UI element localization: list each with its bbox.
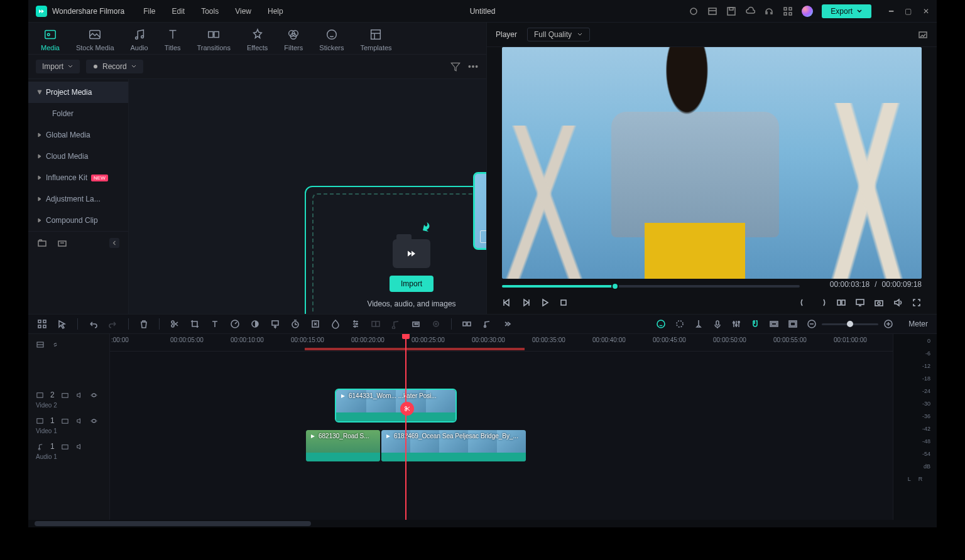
tab-audio[interactable]: Audio [131,28,148,51]
zoom-in-icon[interactable] [883,319,893,329]
quality-dropdown[interactable]: Full Quality [527,28,590,41]
crop-icon[interactable] [190,319,200,329]
timeline-scrollbar[interactable] [28,520,937,527]
sidebar-item-cloud-media[interactable]: Cloud Media [28,146,128,167]
collapse-sidebar-icon[interactable] [109,238,119,248]
mark-split-icon[interactable] [462,319,472,329]
select-tool-icon[interactable] [57,319,67,329]
time-ruler[interactable]: :00:00 00:00:05:00 00:00:10:00 00:00:15:… [110,334,893,352]
zoom-control[interactable] [807,319,893,329]
dropzone[interactable]: Import Videos, audio, and images [312,193,486,314]
save-icon[interactable] [726,6,736,16]
new-bin-icon[interactable] [57,238,67,248]
link-icon[interactable] [51,340,60,349]
add-track-icon[interactable] [36,340,45,349]
mark-out-icon[interactable] [817,298,827,308]
apps-icon[interactable] [783,6,793,16]
meter-label[interactable]: Meter [908,320,928,328]
autofit-icon[interactable] [310,319,320,329]
sidebar-item-compound-clip[interactable]: Compound Clip [28,210,128,231]
marker-icon[interactable] [694,319,704,329]
tracking-icon[interactable] [431,319,441,329]
split-icon[interactable] [170,319,180,329]
detach-audio-icon[interactable] [391,319,401,329]
menu-view[interactable]: View [235,7,251,16]
overflow-icon[interactable] [502,319,512,329]
sidebar-item-project-media[interactable]: Project Media [28,82,128,103]
layout-icon[interactable] [707,6,717,16]
zoom-out-icon[interactable] [807,319,817,329]
adjust-icon[interactable] [351,319,361,329]
sidebar-item-global-media[interactable]: Global Media [28,124,128,146]
track-head-video2[interactable]: 2 Video 2 [28,387,109,412]
enhance-icon[interactable] [675,319,685,329]
tab-templates[interactable]: Templates [360,28,391,51]
cloud-icon[interactable] [745,6,755,16]
tab-media[interactable]: Media [41,28,60,51]
tab-stock-media[interactable]: Stock Media [76,28,114,51]
sidebar-item-influence-kit[interactable]: Influence KitNEW [28,167,128,188]
import-button[interactable]: Import [390,276,433,292]
display-icon[interactable] [855,298,865,308]
step-fwd-icon[interactable] [521,298,531,308]
export-button[interactable]: Export [822,4,871,18]
safe-area-icon[interactable] [788,319,798,329]
window-minimize[interactable]: ━ [889,7,893,16]
window-close[interactable]: ✕ [923,7,929,16]
headset-icon[interactable] [764,6,774,16]
volume-icon[interactable] [893,298,903,308]
compare-icon[interactable] [836,298,846,308]
track-head-audio1[interactable]: 1 Audio 1 [28,438,109,464]
menu-help[interactable]: Help [268,7,283,16]
tab-filters[interactable]: Filters [284,28,303,51]
new-folder-icon[interactable] [37,238,47,248]
duration-icon[interactable] [290,319,300,329]
track-video2[interactable]: 6144331_Wom... ...kater Posi... [110,388,893,423]
track-video1[interactable]: 682130_Road S... 6182469_Ocean Sea Pelje… [110,428,893,463]
import-dropdown[interactable]: Import [36,60,80,73]
delete-icon[interactable] [139,319,149,329]
window-maximize[interactable]: ▢ [905,7,912,16]
preview-viewport[interactable] [502,47,922,279]
stop-icon[interactable] [559,298,569,308]
chroma-icon[interactable] [330,319,341,329]
speed-icon[interactable] [230,319,240,329]
fullscreen-icon[interactable] [912,298,922,308]
media-thumbnail[interactable]: 00:00:09 ✓ [473,172,486,250]
clip-v1-a[interactable]: 682130_Road S... [306,430,380,461]
smile-icon[interactable] [656,319,666,329]
menu-tools[interactable]: Tools [201,7,219,16]
user-avatar[interactable] [802,6,813,17]
mixer-icon[interactable] [731,319,741,329]
record-status-icon[interactable] [689,6,699,16]
tab-transitions[interactable]: Transitions [197,28,231,51]
render-icon[interactable] [769,319,779,329]
scrub-bar[interactable] [502,285,800,288]
tab-titles[interactable]: Titles [165,28,181,51]
keyframe-down-icon[interactable] [270,319,280,329]
tab-effects[interactable]: Effects [247,28,268,51]
ai-icon[interactable] [411,319,421,329]
group-icon[interactable] [371,319,381,329]
play-icon[interactable] [540,298,550,308]
more-icon[interactable] [467,61,479,72]
snapshot-mode-icon[interactable] [918,30,928,40]
playhead[interactable] [405,334,406,520]
track-audio1[interactable] [110,468,893,487]
magnet-icon[interactable] [750,319,760,329]
menu-file[interactable]: File [143,7,155,16]
redo-icon[interactable] [108,319,118,329]
undo-icon[interactable] [88,319,98,329]
timeline-tracks[interactable]: :00:00 00:00:05:00 00:00:10:00 00:00:15:… [110,334,893,520]
record-dropdown[interactable]: Record [86,60,143,73]
filter-icon[interactable] [450,61,461,72]
tab-stickers[interactable]: Stickers [319,28,344,51]
audio-sync-icon[interactable] [482,319,492,329]
voiceover-icon[interactable] [712,319,722,329]
menu-edit[interactable]: Edit [172,7,185,16]
clip-v2[interactable]: 6144331_Wom... ...kater Posi... [336,390,455,421]
color-icon[interactable] [250,319,260,329]
clip-v1-b[interactable]: 6182469_Ocean Sea Peljesac Bridge_By_... [381,430,526,461]
camera-icon[interactable] [874,298,884,308]
sidebar-item-adjustment-layer[interactable]: Adjustment La... [28,188,128,210]
